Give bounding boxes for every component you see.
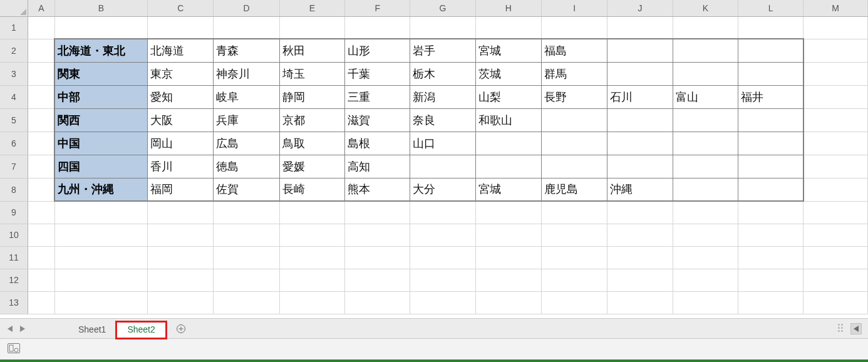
cell-C8[interactable]: 福岡 (148, 178, 214, 201)
cell-D12[interactable] (214, 269, 279, 291)
cell-C13[interactable] (148, 291, 214, 314)
cell-G4[interactable]: 新潟 (410, 85, 475, 108)
col-header-M[interactable]: M (803, 0, 868, 16)
cell-E3[interactable]: 埼玉 (279, 62, 344, 85)
cell-H9[interactable] (475, 201, 541, 224)
select-all-corner[interactable] (0, 0, 28, 16)
cell-A4[interactable] (28, 85, 54, 108)
row-header-10[interactable]: 10 (0, 224, 28, 246)
row-header-1[interactable]: 1 (0, 16, 28, 39)
cell-H5[interactable]: 和歌山 (475, 108, 541, 132)
cell-F10[interactable] (345, 224, 410, 246)
cell-C3[interactable]: 東京 (148, 62, 214, 85)
cell-B7[interactable]: 四国 (54, 155, 147, 178)
cell-K10[interactable] (673, 224, 738, 246)
cell-G12[interactable] (410, 269, 475, 291)
cell-D13[interactable] (214, 291, 279, 314)
cell-E1[interactable] (279, 16, 344, 39)
cell-E13[interactable] (279, 291, 344, 314)
cell-J7[interactable] (607, 155, 673, 178)
row-header-3[interactable]: 3 (0, 62, 28, 85)
cell-K1[interactable] (673, 16, 738, 39)
cell-I10[interactable] (542, 224, 607, 246)
worksheet-grid[interactable]: A B C D E F G H I J K L M 1 2 北海道・東北 北海道… (0, 0, 868, 318)
cell-C5[interactable]: 大阪 (148, 108, 214, 132)
cell-B12[interactable] (54, 269, 147, 291)
cell-J6[interactable] (607, 132, 673, 155)
cell-H13[interactable] (475, 291, 541, 314)
cell-H8[interactable]: 宮城 (475, 178, 541, 201)
cell-G5[interactable]: 奈良 (410, 108, 475, 132)
cell-I13[interactable] (542, 291, 607, 314)
cell-A5[interactable] (28, 108, 54, 132)
cell-A9[interactable] (28, 201, 54, 224)
cell-F7[interactable]: 高知 (345, 155, 410, 178)
cell-D8[interactable]: 佐賀 (214, 178, 279, 201)
cell-G10[interactable] (410, 224, 475, 246)
col-header-I[interactable]: I (542, 0, 607, 16)
cell-B8[interactable]: 九州・沖縄 (54, 178, 147, 201)
cell-D9[interactable] (214, 201, 279, 224)
cell-A8[interactable] (28, 178, 54, 201)
cell-A10[interactable] (28, 224, 54, 246)
cell-K4[interactable]: 富山 (673, 85, 738, 108)
cell-M13[interactable] (803, 291, 868, 314)
cell-J3[interactable] (607, 62, 673, 85)
cell-L6[interactable] (738, 132, 803, 155)
cell-C4[interactable]: 愛知 (148, 85, 214, 108)
cell-K11[interactable] (673, 246, 738, 269)
cell-A13[interactable] (28, 291, 54, 314)
cell-E7[interactable]: 愛媛 (279, 155, 344, 178)
cell-A6[interactable] (28, 132, 54, 155)
cell-B10[interactable] (54, 224, 147, 246)
row-header-13[interactable]: 13 (0, 291, 28, 314)
cell-L3[interactable] (738, 62, 803, 85)
cell-I1[interactable] (542, 16, 607, 39)
cell-C1[interactable] (148, 16, 214, 39)
cell-J1[interactable] (607, 16, 673, 39)
cell-K9[interactable] (673, 201, 738, 224)
cell-M7[interactable] (803, 155, 868, 178)
row-header-11[interactable]: 11 (0, 246, 28, 269)
cell-M2[interactable] (803, 39, 868, 62)
col-header-J[interactable]: J (607, 0, 673, 16)
cell-D7[interactable]: 徳島 (214, 155, 279, 178)
col-header-G[interactable]: G (410, 0, 475, 16)
col-header-A[interactable]: A (28, 0, 54, 16)
cell-L1[interactable] (738, 16, 803, 39)
cell-L9[interactable] (738, 201, 803, 224)
cell-I6[interactable] (542, 132, 607, 155)
cell-E5[interactable]: 京都 (279, 108, 344, 132)
cell-A2[interactable] (28, 39, 54, 62)
cell-M8[interactable] (803, 178, 868, 201)
macro-record-icon[interactable] (8, 343, 20, 355)
cell-H12[interactable] (475, 269, 541, 291)
cell-M11[interactable] (803, 246, 868, 269)
cell-E12[interactable] (279, 269, 344, 291)
sheet-tab-sheet1[interactable]: Sheet1 (68, 322, 116, 338)
cell-H6[interactable] (475, 132, 541, 155)
cell-E9[interactable] (279, 201, 344, 224)
cell-B2[interactable]: 北海道・東北 (54, 39, 147, 62)
cell-G1[interactable] (410, 16, 475, 39)
cell-A11[interactable] (28, 246, 54, 269)
cell-J2[interactable] (607, 39, 673, 62)
cell-L5[interactable] (738, 108, 803, 132)
cell-D2[interactable]: 青森 (214, 39, 279, 62)
cell-C11[interactable] (148, 246, 214, 269)
cell-C10[interactable] (148, 224, 214, 246)
cell-J13[interactable] (607, 291, 673, 314)
col-header-K[interactable]: K (673, 0, 738, 16)
cell-I4[interactable]: 長野 (542, 85, 607, 108)
cell-J8[interactable]: 沖縄 (607, 178, 673, 201)
cell-A7[interactable] (28, 155, 54, 178)
cell-J4[interactable]: 石川 (607, 85, 673, 108)
cell-K2[interactable] (673, 39, 738, 62)
cell-H2[interactable]: 宮城 (475, 39, 541, 62)
cell-J5[interactable] (607, 108, 673, 132)
col-header-F[interactable]: F (345, 0, 410, 16)
cell-G11[interactable] (410, 246, 475, 269)
cell-C9[interactable] (148, 201, 214, 224)
cell-L4[interactable]: 福井 (738, 85, 803, 108)
cell-D1[interactable] (214, 16, 279, 39)
